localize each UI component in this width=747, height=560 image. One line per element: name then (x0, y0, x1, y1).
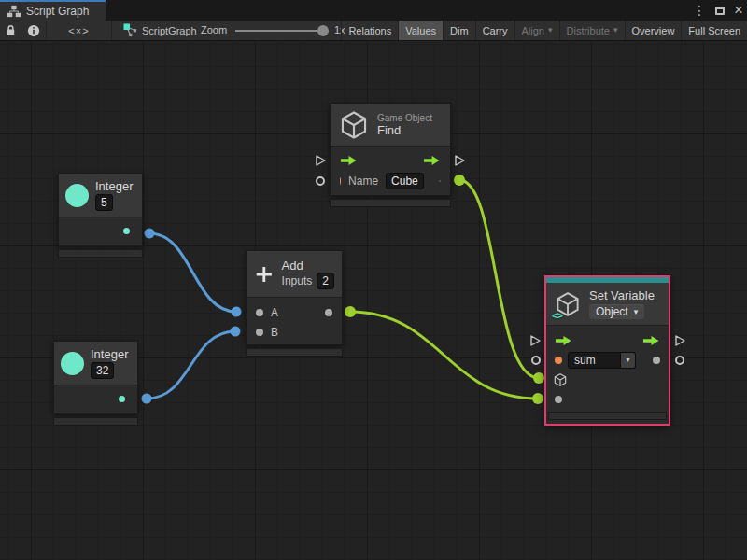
node-footer (330, 199, 451, 207)
node-add[interactable]: Add Inputs 2 A B (246, 250, 343, 345)
setvariable-name-row: sum ▾ (546, 350, 669, 370)
port-a-label: A (271, 306, 278, 319)
tab-script-graph[interactable]: Script Graph (0, 0, 106, 21)
graph-canvas[interactable]: Integer 5 Integer 32 (0, 41, 747, 560)
setvariable-flow-in-marker[interactable] (529, 334, 542, 347)
wire-find-to-setvariable-object[interactable] (459, 180, 539, 378)
add-sum-output-port[interactable] (325, 309, 332, 316)
zoom-label: Zoom (201, 24, 227, 35)
setvariable-body: sum ▾ (546, 326, 669, 409)
chevron-down-icon: ▾ (548, 26, 553, 35)
edit-source-button[interactable]: <×> (47, 21, 112, 40)
breadcrumb-label: ScriptGraph (142, 25, 197, 36)
setvariable-name-in-marker[interactable] (531, 356, 541, 365)
integer-value-field[interactable]: 32 (91, 362, 114, 379)
object-input-port-icon[interactable] (553, 372, 568, 387)
add-port-row-b: B (247, 322, 342, 342)
gameobject-output-port-icon[interactable] (439, 174, 441, 189)
find-header: Game Object Find (331, 104, 450, 147)
script-graph-icon (123, 23, 137, 37)
setvariable-value-out-marker[interactable] (675, 356, 684, 365)
node-category: Game Object (377, 113, 432, 123)
close-icon[interactable]: × (734, 0, 743, 21)
flow-input-arrow-icon[interactable] (340, 155, 358, 166)
breadcrumb[interactable]: ScriptGraph (123, 21, 197, 40)
distribute-button[interactable]: Distribute ▾ (559, 21, 625, 40)
wire-add-to-setvariable-value[interactable] (350, 312, 538, 399)
add-input-a-port[interactable] (256, 309, 263, 316)
name-label: Name (348, 175, 378, 188)
find-flow-out-marker[interactable] (454, 154, 466, 167)
inputs-label: Inputs (282, 274, 313, 287)
code-brackets-icon: <> (552, 310, 562, 321)
overview-button[interactable]: Overview (625, 21, 682, 40)
lock-icon (5, 24, 17, 36)
variable-name-select[interactable]: sum ▾ (568, 352, 636, 369)
find-flow-in-marker[interactable] (315, 154, 327, 167)
carry-button[interactable]: Carry (475, 21, 514, 40)
info-icon (27, 24, 40, 37)
integer5-body (59, 217, 142, 245)
zoom-slider-handle[interactable] (317, 25, 329, 36)
integer-type-icon (61, 352, 84, 375)
chevron-down-icon: ▾ (621, 352, 636, 369)
node-title: Integer (91, 347, 128, 361)
setvariable-value-output-port[interactable] (653, 357, 660, 364)
node-gameobject-find[interactable]: Game Object Find Name Cube (330, 103, 451, 196)
node-integer-32[interactable]: Integer 32 (53, 341, 138, 414)
variable-scope-dropdown[interactable]: Object ▾ (589, 304, 644, 319)
setvariable-value-input-port[interactable] (555, 396, 562, 403)
wire-integer32-to-add-b[interactable] (147, 331, 235, 399)
inputs-count-field[interactable]: 2 (317, 273, 334, 289)
add-port-row-a: A (247, 302, 342, 322)
lock-button[interactable] (0, 21, 21, 40)
node-set-variable[interactable]: <> Set Variable Object ▾ (544, 275, 670, 426)
port-b-label: B (271, 326, 278, 339)
integer5-header: Integer 5 (59, 174, 142, 217)
variable-name-value: sum (568, 352, 621, 369)
chevron-down-icon: ▾ (634, 308, 639, 316)
toolbar-right-group: Relations Values Dim Carry Align ▾ Distr… (341, 21, 747, 40)
script-graph-window: Script Graph ⋮ × (0, 0, 747, 560)
fullscreen-button[interactable]: Full Screen (681, 21, 747, 40)
setvariable-control-row (546, 330, 669, 350)
maximize-icon[interactable] (715, 7, 725, 15)
relations-button[interactable]: Relations (341, 21, 398, 40)
wire-integer5-to-add-a[interactable] (149, 233, 236, 312)
variable-name-input-port[interactable] (555, 357, 562, 364)
green-wire-endpoints (345, 175, 544, 404)
tab-title: Script Graph (26, 5, 89, 18)
find-control-row (331, 150, 450, 171)
values-button[interactable]: Values (398, 21, 443, 40)
chevron-down-icon: ▾ (613, 26, 618, 35)
kebab-menu-icon[interactable]: ⋮ (693, 0, 706, 21)
find-name-field[interactable]: Cube (386, 173, 424, 189)
node-footer (246, 348, 343, 357)
add-input-b-port[interactable] (256, 329, 263, 336)
dim-button[interactable]: Dim (443, 21, 475, 40)
find-name-input-port[interactable] (340, 177, 341, 185)
integer32-output-port[interactable] (119, 396, 125, 402)
integer-type-icon (65, 184, 89, 207)
tab-bar: Script Graph ⋮ × (0, 0, 747, 21)
toolbar-left-group: <×> (0, 21, 112, 40)
find-name-in-marker[interactable] (316, 176, 325, 186)
find-body: Name Cube (331, 147, 450, 195)
node-title: Set Variable (589, 288, 655, 302)
integer-value-field[interactable]: 5 (95, 194, 113, 211)
flow-output-arrow-icon[interactable] (642, 335, 660, 346)
align-button[interactable]: Align ▾ (514, 21, 559, 40)
graph-hierarchy-icon (7, 5, 21, 18)
inspect-button[interactable] (21, 21, 47, 40)
node-integer-5[interactable]: Integer 5 (58, 173, 143, 246)
flow-output-arrow-icon[interactable] (423, 155, 441, 166)
zoom-slider-track[interactable] (235, 30, 324, 32)
node-title: Find (377, 123, 432, 137)
integer32-header: Integer 32 (54, 342, 137, 385)
setvariable-flow-out-marker[interactable] (674, 334, 686, 347)
flow-input-arrow-icon[interactable] (555, 335, 572, 346)
node-footer (58, 249, 143, 258)
node-footer (53, 417, 138, 426)
node-title: Integer (95, 179, 133, 193)
integer5-output-port[interactable] (123, 228, 130, 234)
